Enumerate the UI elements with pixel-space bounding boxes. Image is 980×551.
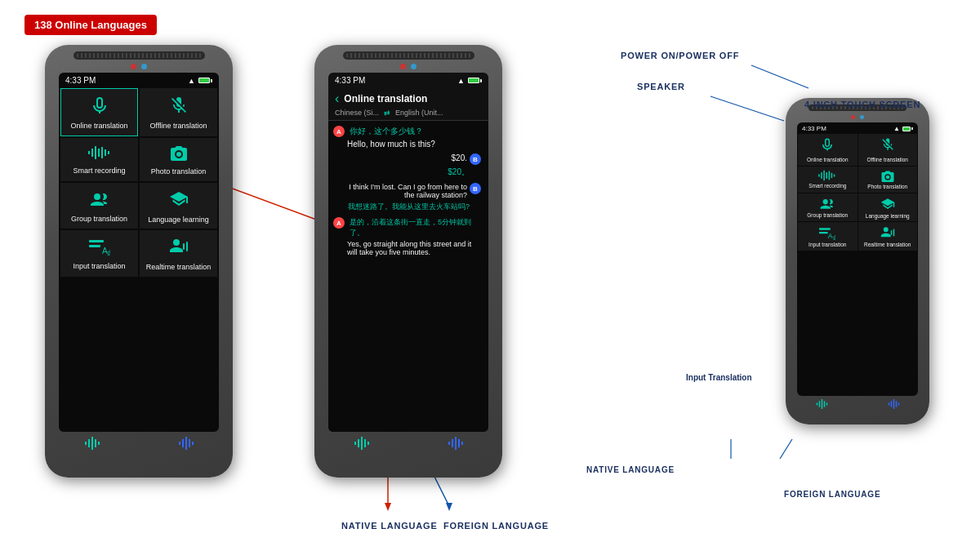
lang-to[interactable]: English (Unit... [395,109,443,117]
msg-4: A 是的，沿着这条街一直走，5分钟就到了。 Yes, go straight a… [333,217,483,256]
phone-bottom-left [45,432,233,456]
menu-item-group-translation[interactable]: Group translation [60,183,138,229]
dot-red-center [400,64,406,69]
menu-item-input-translation[interactable]: A文 Input translation [60,230,138,277]
bottom-mic-native-r [816,399,828,409]
annotation-foreign-center: FOREIGN LANGUAGE [443,521,549,531]
svg-point-21 [173,239,180,246]
svg-rect-26 [91,437,93,450]
phone-top-center [314,45,502,73]
group-icon [89,190,110,211]
msg-2-english: $20. [452,153,467,162]
svg-rect-12 [95,146,96,159]
back-button[interactable]: ‹ [335,91,339,106]
waveform-icon-r [818,170,836,181]
input-icon: A文 [89,238,110,259]
svg-line-3 [433,473,449,506]
svg-rect-40 [452,439,453,447]
svg-rect-60 [821,399,822,409]
svg-text:文: 文 [831,235,835,240]
phone-right: 4:33 PM ▲ Online translation [786,98,929,424]
mic-icon-r [820,137,835,155]
label-offline-r: Offline translation [867,157,908,163]
msg-1-chinese: 你好，这个多少钱？ [350,126,423,137]
camera-icon-r [880,170,895,182]
screen-left: 4:33 PM ▲ Online translation [59,73,219,432]
dot-red-left [131,64,136,69]
menu-item-language-learning[interactable]: Language learning [140,183,217,229]
svg-rect-57 [893,229,895,237]
svg-rect-39 [448,442,450,445]
waveform-icon [88,145,111,163]
wifi-icon-left: ▲ [188,77,195,85]
svg-rect-34 [354,442,356,445]
menu-item-smart-recording-r[interactable]: Smart recording [798,167,858,193]
svg-rect-16 [108,151,109,154]
bottom-mic-foreign [448,437,464,450]
svg-rect-38 [368,442,369,445]
menu-item-realtime-translation[interactable]: Realtime translation [140,230,217,277]
msg-4-chinese: 是的，沿着这条街一直走，5分钟就到了。 [350,217,476,238]
phone-left: 4:33 PM ▲ Online translation [45,45,233,478]
menu-item-group-translation-r[interactable]: Group translation [798,193,858,222]
realtime-icon-r [880,225,896,240]
avatar-b-2: B [470,153,481,165]
msg-2: $20. B $20。 [333,153,483,178]
svg-rect-45 [821,172,822,179]
bottom-mic-native [354,437,370,450]
annotation-native-center: NATIVE LANGUAGE [341,521,438,531]
msg-3-chinese: 我想迷路了。我能从这里去火车站吗? [348,202,470,211]
realtime-icon [168,237,189,260]
phone-bottom-center [314,432,502,456]
screen-center: 4:33 PM ▲ ‹ Online translation Chinese (… [328,73,488,432]
label-input-translation: Input translation [73,262,125,271]
menu-item-offline-translation[interactable]: Offline translation [140,88,217,136]
battery-center [468,78,482,83]
svg-rect-18 [89,245,100,247]
svg-rect-44 [818,175,820,177]
menu-item-input-translation-r[interactable]: A文 Input translation [798,222,858,251]
phone-center: 4:33 PM ▲ ‹ Online translation Chinese (… [314,45,502,478]
svg-rect-43 [461,442,463,445]
menu-item-offline-translation-r[interactable]: Offline translation [858,134,918,166]
svg-rect-56 [891,230,893,235]
chat-body: A 你好，这个多少钱？ Hello, how much is this? $20… [328,121,488,432]
svg-rect-63 [888,403,889,406]
annotation-power: POWER ON/POWER OFF [621,51,739,60]
svg-rect-10 [88,151,90,154]
label-language-learning: Language learning [148,216,209,224]
camera-icon [169,144,189,164]
lang-from[interactable]: Chinese (Si... [335,109,379,117]
svg-rect-64 [890,401,892,407]
svg-rect-31 [185,437,187,450]
phone-top-left [45,45,233,73]
menu-item-photo-translation[interactable]: Photo translation [140,138,217,181]
group-icon-r [819,197,835,211]
msg-4-english: Yes, go straight along this street and i… [347,240,478,256]
svg-rect-58 [816,403,817,406]
label-smart-recording: Smart recording [73,167,125,176]
label-input-r: Input translation [808,242,846,248]
menu-item-photo-translation-r[interactable]: Photo translation [858,167,918,193]
dot-blue-right [860,115,864,119]
svg-rect-67 [898,403,899,406]
svg-rect-15 [105,149,106,156]
time-left: 4:33 PM [65,76,96,85]
dot-blue-center [411,64,416,69]
speaker-center [343,51,474,60]
menu-item-language-learning-r[interactable]: Language learning [858,193,918,222]
lang-swap-icon[interactable]: ⇄ [384,109,390,117]
label-group-translation: Group translation [71,215,127,224]
label-learning-r: Language learning [866,213,910,220]
svg-rect-46 [824,171,826,180]
dot-blue-left [141,64,147,69]
label-realtime-r: Realtime translation [864,242,911,248]
menu-item-online-translation[interactable]: Online translation [60,88,138,136]
svg-rect-50 [834,175,835,177]
svg-rect-29 [179,442,180,445]
avatar-a-4: A [333,217,345,229]
menu-item-smart-recording[interactable]: Smart recording [60,138,138,181]
wifi-right: ▲ [893,125,900,132]
menu-item-realtime-translation-r[interactable]: Realtime translation [858,222,918,251]
menu-item-online-translation-r[interactable]: Online translation [798,134,858,166]
